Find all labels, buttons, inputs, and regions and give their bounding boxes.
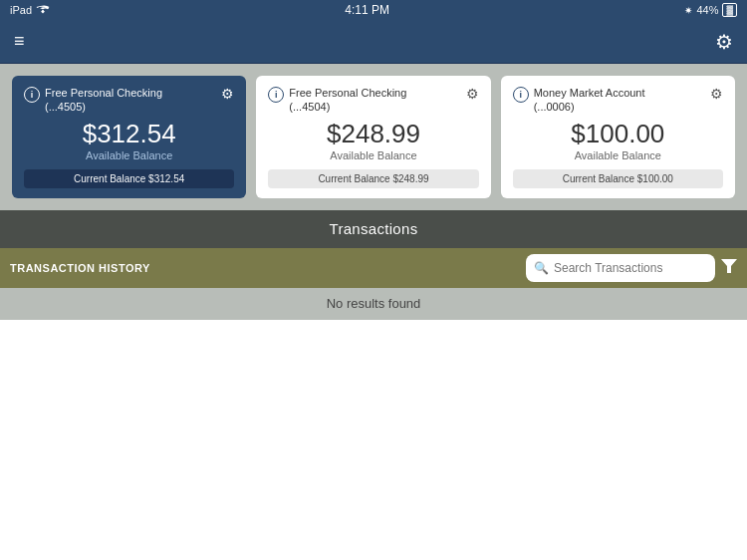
status-bar: iPad 4:11 PM ✷ 44% ▓ — [0, 0, 747, 20]
account-title-wrap-1: i Free Personal Checking (...4505) — [24, 86, 162, 115]
battery-label: 44% — [696, 4, 718, 16]
transactions-header: Transactions — [0, 210, 747, 248]
settings-icon[interactable]: ⚙ — [715, 30, 733, 54]
account-title-wrap-3: i Money Market Account (...0006) — [513, 86, 645, 115]
filter-icon[interactable] — [721, 259, 737, 277]
account-card-1-header: i Free Personal Checking (...4505) ⚙ — [24, 86, 234, 115]
carrier-label: iPad — [10, 4, 32, 16]
account-balance-2: $248.99 — [268, 119, 478, 149]
account-balance-1: $312.54 — [24, 119, 234, 149]
info-icon-3[interactable]: i — [513, 87, 529, 103]
account-card-1[interactable]: i Free Personal Checking (...4505) ⚙ $31… — [12, 76, 246, 198]
available-label-1: Available Balance — [24, 149, 234, 161]
current-balance-bar-3: Current Balance $100.00 — [513, 169, 723, 188]
account-name-1: Free Personal Checking (...4505) — [45, 86, 162, 115]
account-gear-icon-1[interactable]: ⚙ — [221, 86, 234, 102]
available-label-2: Available Balance — [268, 149, 478, 161]
account-name-3: Money Market Account (...0006) — [534, 86, 645, 115]
info-icon-1[interactable]: i — [24, 87, 40, 103]
account-card-3-header: i Money Market Account (...0006) ⚙ — [513, 86, 723, 115]
search-input[interactable] — [554, 261, 707, 275]
search-icon: 🔍 — [534, 261, 549, 275]
account-balance-3: $100.00 — [513, 119, 723, 149]
accounts-section: i Free Personal Checking (...4505) ⚙ $31… — [0, 64, 747, 210]
status-right: ✷ 44% ▓ — [684, 3, 737, 17]
bluetooth-icon: ✷ — [684, 5, 692, 16]
transaction-history-label: TRANSACTION HISTORY — [10, 262, 150, 274]
status-time: 4:11 PM — [345, 3, 389, 17]
account-card-2-header: i Free Personal Checking (...4504) ⚙ — [268, 86, 478, 115]
menu-icon[interactable]: ≡ — [14, 31, 25, 52]
transactions-title: Transactions — [330, 220, 418, 237]
search-filter-wrap: 🔍 — [526, 254, 737, 282]
svg-marker-0 — [721, 259, 737, 273]
status-left: iPad — [10, 4, 50, 16]
account-gear-icon-2[interactable]: ⚙ — [466, 86, 479, 102]
current-balance-bar-1: Current Balance $312.54 — [24, 169, 234, 188]
account-gear-icon-3[interactable]: ⚙ — [710, 86, 723, 102]
main-content — [0, 320, 747, 560]
account-card-3[interactable]: i Money Market Account (...0006) ⚙ $100.… — [501, 76, 735, 198]
search-box[interactable]: 🔍 — [526, 254, 715, 282]
account-name-2: Free Personal Checking (...4504) — [289, 86, 406, 115]
account-title-wrap-2: i Free Personal Checking (...4504) — [268, 86, 406, 115]
info-icon-2[interactable]: i — [268, 87, 284, 103]
wifi-icon — [36, 4, 50, 16]
nav-bar: ≡ ⚙ — [0, 20, 747, 64]
current-balance-bar-2: Current Balance $248.99 — [268, 169, 478, 188]
no-results-label: No results found — [327, 296, 421, 311]
battery-icon: ▓ — [722, 3, 737, 17]
no-results-row: No results found — [0, 288, 747, 320]
available-label-3: Available Balance — [513, 149, 723, 161]
account-card-2[interactable]: i Free Personal Checking (...4504) ⚙ $24… — [256, 76, 490, 198]
transaction-history-bar: TRANSACTION HISTORY 🔍 — [0, 248, 747, 288]
